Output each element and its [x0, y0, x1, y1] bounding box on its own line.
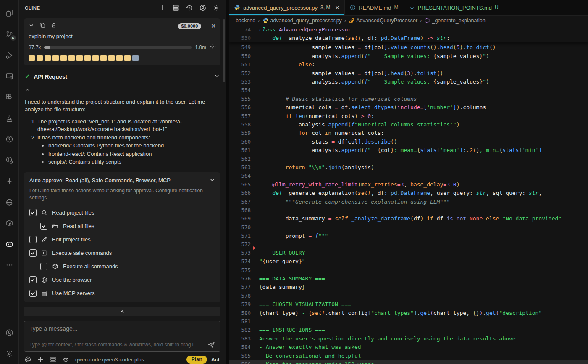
code-line[interactable]: 555 # Basic statistics for numerical col… [229, 94, 588, 103]
sparkle-icon[interactable] [0, 170, 19, 191]
code-line[interactable]: 580{chart_type} - {self.chart_config["ch… [229, 309, 588, 317]
checkbox-unchecked[interactable] [40, 263, 47, 270]
mcp-servers-icon[interactable] [173, 5, 179, 11]
settings-icon[interactable] [213, 5, 220, 11]
code-line[interactable]: 581 [229, 317, 588, 325]
code-line[interactable]: 585- Be conversational and helpful [229, 351, 588, 360]
cline-robot-icon[interactable] [0, 233, 19, 254]
extensions-icon[interactable] [0, 86, 19, 107]
auto-approve-option[interactable]: Use MCP servers [29, 286, 215, 300]
auto-approve-option[interactable]: Read project files [29, 206, 215, 219]
auto-approve-option[interactable]: Use the browser [29, 273, 215, 286]
auto-compact-icon[interactable] [210, 43, 216, 51]
api-request-row[interactable]: ✓ API Request [25, 73, 220, 80]
code-line[interactable]: 578 [229, 291, 588, 300]
code-line[interactable]: 553 analysis.append(f" Sample values: {s… [229, 77, 588, 86]
code-line[interactable]: 556 numerical_cols = df.select_dtypes(in… [229, 103, 588, 112]
breadcrumb-item[interactable]: AdvancedQueryProcessor [349, 18, 417, 24]
message-input[interactable]: Type a message... Type @ for context, / … [24, 321, 220, 352]
code-line[interactable]: 574"{user_query}" [229, 257, 588, 266]
run-debug-icon[interactable] [0, 45, 19, 65]
account-icon[interactable] [200, 5, 206, 11]
rules-scales-icon[interactable] [63, 356, 69, 363]
code-line[interactable]: 562 [229, 155, 588, 163]
code-line[interactable]: 550 analysis.append(f" Sample values: {s… [229, 52, 588, 60]
model-name[interactable]: qwen-code:qwen3-coder-plus [75, 357, 144, 363]
breadcrumb-item[interactable]: backend [236, 18, 255, 24]
code-line[interactable]: 567 """Generate comprehensive explanatio… [229, 197, 588, 206]
tab-PRESENTATION_POINTS.md[interactable]: PRESENTATION_POINTS.mdU [404, 0, 504, 15]
code-line[interactable]: 566 def _generate_explanation(self, df: … [229, 189, 588, 197]
code-line[interactable]: 584- Answer exactly what was asked [229, 343, 588, 351]
container-icon[interactable] [0, 212, 19, 233]
code-line[interactable]: 558 analysis.append(f"Numerical columns … [229, 120, 588, 128]
code-line[interactable]: 557 if len(numerical_cols) > 0: [229, 112, 588, 120]
git-graph-icon[interactable] [0, 149, 19, 170]
auto-approve-option[interactable]: Execute all commands [29, 259, 215, 273]
code-line[interactable]: 573=== USER QUERY === [229, 249, 588, 257]
checkbox-checked[interactable] [29, 276, 37, 283]
code-line[interactable]: 563 return "\\n".join(analysis) [229, 163, 588, 171]
code-line[interactable]: 568 [229, 206, 588, 214]
chevron-down-icon[interactable] [210, 177, 215, 184]
tab-advanced_query_processor.py[interactable]: advanced_query_processor.py3, M✕ [229, 0, 345, 15]
code-line[interactable]: 571 prompt = f""" [229, 231, 588, 240]
copy-task-icon[interactable] [39, 22, 45, 30]
source-control-icon[interactable]: 6 [0, 24, 19, 45]
code-line[interactable]: 552 sample_values = df[col].head(3).toli… [229, 69, 588, 77]
code-line[interactable]: 579=== CHOSEN VISUALIZATION === [229, 300, 588, 309]
remote-explorer-icon[interactable] [0, 65, 19, 86]
code-line[interactable]: 551 else: [229, 60, 588, 69]
close-tab-icon[interactable]: ✕ [335, 5, 339, 11]
act-button[interactable]: Act [211, 357, 220, 363]
code-line[interactable]: 576=== DATA SUMMARY === [229, 274, 588, 283]
code-line[interactable]: 549 sample_values = df[col].value_counts… [229, 43, 588, 52]
code-line[interactable]: 74class AdvancedQueryProcessor: [229, 25, 588, 34]
delete-task-icon[interactable] [51, 22, 57, 30]
code-line[interactable]: 564 [229, 172, 588, 180]
breadcrumb-item[interactable]: _generate_explanation [424, 18, 485, 24]
accounts-icon[interactable] [0, 322, 19, 343]
plan-button[interactable]: Plan [186, 356, 207, 364]
tab-README.md[interactable]: README.mdM [345, 0, 404, 15]
auto-approve-option[interactable]: Read all files [29, 219, 215, 233]
code-line[interactable]: 582=== INSTRUCTIONS === [229, 326, 588, 334]
explorer-icon[interactable] [0, 3, 19, 24]
settings-gear-icon[interactable] [0, 343, 19, 364]
testing-icon[interactable] [0, 107, 19, 128]
collapse-bar[interactable] [24, 307, 220, 316]
chevron-down-icon[interactable] [214, 73, 220, 80]
breadcrumb-item[interactable]: advanced_query_processor.py [262, 17, 342, 24]
e-extension-icon[interactable] [0, 191, 19, 212]
auto-approve-option[interactable]: Execute safe commands [29, 246, 215, 259]
checkbox-checked[interactable] [29, 209, 37, 216]
checkbox-checked[interactable] [29, 290, 37, 297]
more-icon[interactable] [0, 254, 19, 275]
code-line[interactable]: 570 [229, 223, 588, 231]
panel-editor-divider[interactable] [226, 0, 229, 364]
code-line[interactable]: 569 data_summary = self._analyze_datafra… [229, 215, 588, 223]
add-icon[interactable] [37, 356, 44, 363]
bookmark-icon[interactable] [25, 85, 30, 93]
code-line[interactable]: 577{data_summary} [229, 283, 588, 291]
code-line[interactable]: 560 stats = df[col].describe() [229, 137, 588, 146]
code-line[interactable]: 583Answer the user's question directly a… [229, 334, 588, 343]
code-line[interactable]: 575 [229, 266, 588, 274]
close-task-icon[interactable]: ✕ [211, 23, 216, 29]
code-line[interactable]: 565 @llm_retry_with_rate_limit(max_retri… [229, 180, 588, 189]
mcp-icon[interactable] [50, 356, 56, 363]
collapse-task-icon[interactable] [29, 22, 34, 30]
code-line[interactable]: 530 def _analyze_dataframe(self, df: pd.… [229, 34, 588, 42]
auto-approve-header[interactable]: Auto-approve: Read (all), Safe Commands,… [29, 177, 215, 184]
auto-approve-option[interactable]: Edit project files [29, 233, 215, 246]
send-icon[interactable] [208, 341, 215, 348]
checkbox-checked[interactable] [40, 223, 47, 230]
code-line[interactable]: 559 for col in numerical_cols: [229, 129, 588, 137]
code-line[interactable]: 572 [229, 240, 588, 249]
mention-icon[interactable] [25, 356, 31, 363]
code-line[interactable]: 561 analysis.append(f" {col}: mean={stat… [229, 146, 588, 154]
code-editor[interactable]: 74class AdvancedQueryProcessor:530 def _… [229, 25, 588, 364]
panel-scrollbar[interactable] [223, 19, 225, 82]
checkbox-checked[interactable] [29, 249, 37, 257]
checkbox-unchecked[interactable] [29, 236, 37, 243]
